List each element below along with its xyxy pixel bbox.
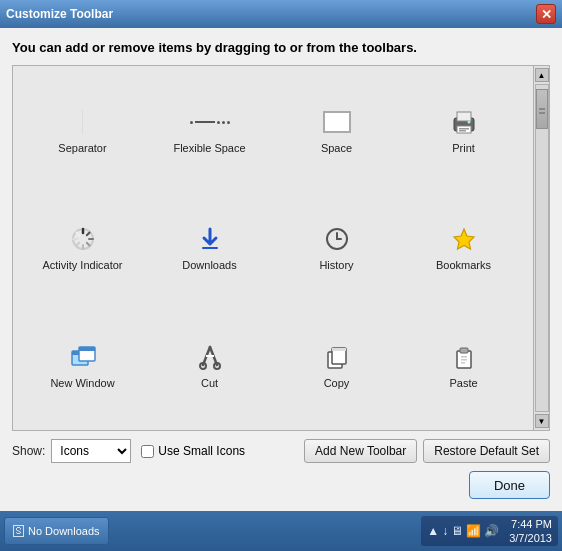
toolbar-item-downloads[interactable]: Downloads — [148, 191, 271, 304]
space-label: Space — [321, 142, 352, 155]
dialog-title: Customize Toolbar — [6, 7, 536, 21]
separator-label: Separator — [58, 142, 106, 155]
show-select[interactable]: Icons Icons and Text Text Only — [51, 439, 131, 463]
svg-rect-15 — [202, 247, 218, 249]
flexible-space-label: Flexible Space — [173, 142, 245, 155]
scrollbar[interactable]: ▲ ▼ — [533, 66, 549, 430]
add-toolbar-button[interactable]: Add New Toolbar — [304, 439, 417, 463]
scrollbar-grip-1 — [539, 108, 545, 110]
history-label: History — [319, 259, 353, 272]
close-button[interactable]: ✕ — [536, 4, 556, 24]
bottom-controls: Show: Icons Icons and Text Text Only Use… — [12, 439, 550, 463]
tray-icons: ▲ ↓ 🖥 📶 🔊 — [427, 524, 499, 538]
svg-line-8 — [86, 233, 89, 236]
svg-rect-3 — [459, 128, 469, 130]
small-icons-label: Use Small Icons — [158, 444, 245, 458]
space-icon — [323, 106, 351, 138]
svg-rect-31 — [332, 348, 346, 351]
small-icons-group: Use Small Icons — [141, 444, 245, 458]
downloads-label: Downloads — [182, 259, 236, 272]
copy-label: Copy — [324, 377, 350, 390]
svg-point-5 — [467, 121, 470, 124]
bookmarks-icon — [450, 223, 478, 255]
svg-line-14 — [76, 233, 79, 236]
system-tray: ▲ ↓ 🖥 📶 🔊 7:44 PM 3/7/2013 — [421, 516, 558, 546]
done-button[interactable]: Done — [469, 471, 550, 499]
done-row: Done — [12, 471, 550, 499]
print-label: Print — [452, 142, 475, 155]
svg-rect-1 — [457, 112, 471, 121]
clock: 7:44 PM 3/7/2013 — [509, 517, 552, 546]
svg-rect-33 — [460, 348, 468, 353]
bookmarks-label: Bookmarks — [436, 259, 491, 272]
toolbar-item-space[interactable]: Space — [275, 74, 398, 187]
paste-label: Paste — [449, 377, 477, 390]
toolbar-item-paste[interactable]: Paste — [402, 309, 525, 422]
clock-time: 7:44 PM — [509, 517, 552, 531]
toolbar-item-flexible-space[interactable]: Flexible Space — [148, 74, 271, 187]
tray-icon-5: 🔊 — [484, 524, 499, 538]
svg-rect-36 — [461, 362, 465, 364]
svg-rect-34 — [461, 356, 467, 358]
toolbar-item-bookmarks[interactable]: Bookmarks — [402, 191, 525, 304]
tray-icon-4: 📶 — [466, 524, 481, 538]
tray-icon-3: 🖥 — [451, 524, 463, 538]
scrollbar-track[interactable] — [535, 84, 549, 412]
scroll-up-arrow[interactable]: ▲ — [535, 68, 549, 82]
instruction-text: You can add or remove items by dragging … — [12, 40, 550, 55]
scroll-down-arrow[interactable]: ▼ — [535, 414, 549, 428]
toolbar-item-activity-indicator[interactable]: Activity Indicator — [21, 191, 144, 304]
dialog-body: You can add or remove items by dragging … — [0, 28, 562, 511]
title-bar: Customize Toolbar ✕ — [0, 0, 562, 28]
toolbar-item-cut[interactable]: Cut — [148, 309, 271, 422]
toolbar-item-history[interactable]: History — [275, 191, 398, 304]
new-window-icon — [69, 341, 97, 373]
flexible-space-icon — [190, 106, 230, 138]
new-window-label: New Window — [50, 377, 114, 390]
taskbar: 🅂 No Downloads ▲ ↓ 🖥 📶 🔊 7:44 PM 3/7/201… — [0, 511, 562, 551]
svg-line-10 — [86, 243, 89, 246]
svg-line-12 — [76, 243, 79, 246]
restore-default-button[interactable]: Restore Default Set — [423, 439, 550, 463]
separator-icon — [82, 106, 83, 138]
small-icons-checkbox[interactable] — [141, 445, 154, 458]
svg-rect-23 — [79, 347, 95, 351]
taskbar-app-icon: 🅂 — [13, 525, 24, 537]
items-grid: Separator Flexible Space — [13, 66, 533, 430]
paste-icon — [450, 341, 478, 373]
print-icon — [450, 106, 478, 138]
svg-marker-19 — [454, 229, 474, 249]
taskbar-app-item[interactable]: 🅂 No Downloads — [4, 517, 109, 545]
copy-icon — [323, 341, 351, 373]
clock-date: 3/7/2013 — [509, 531, 552, 545]
activity-indicator-icon — [69, 223, 97, 255]
svg-rect-4 — [459, 130, 466, 132]
tray-icon-1: ▲ — [427, 524, 439, 538]
activity-indicator-label: Activity Indicator — [42, 259, 122, 272]
toolbar-items-area: Separator Flexible Space — [12, 65, 550, 431]
show-label: Show: — [12, 444, 45, 458]
toolbar-item-print[interactable]: Print — [402, 74, 525, 187]
toolbar-item-new-window[interactable]: New Window — [21, 309, 144, 422]
toolbar-item-copy[interactable]: Copy — [275, 309, 398, 422]
cut-label: Cut — [201, 377, 218, 390]
taskbar-download-label: No Downloads — [28, 525, 100, 537]
toolbar-item-separator[interactable]: Separator — [21, 74, 144, 187]
cut-icon — [196, 341, 224, 373]
svg-rect-35 — [461, 359, 467, 361]
scrollbar-grip-2 — [539, 112, 545, 114]
scrollbar-thumb[interactable] — [536, 89, 548, 129]
downloads-icon — [196, 223, 224, 255]
tray-icon-2: ↓ — [442, 524, 448, 538]
history-icon — [323, 223, 351, 255]
taskbar-right: ▲ ↓ 🖥 📶 🔊 7:44 PM 3/7/2013 — [421, 516, 558, 546]
